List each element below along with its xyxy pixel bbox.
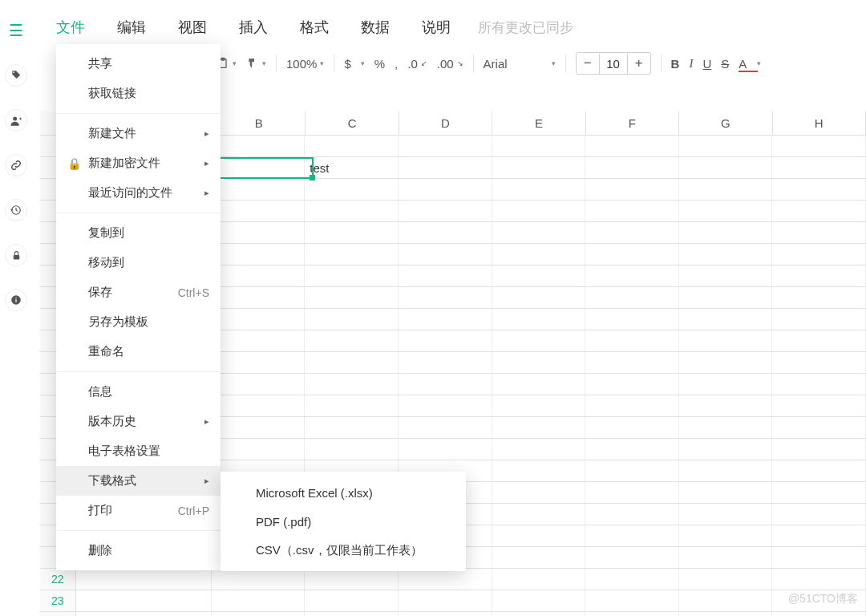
menu-item-version-history[interactable]: 版本历史▸ (56, 407, 221, 436)
decrease-decimal-button[interactable]: .0↙ (407, 57, 427, 71)
cell[interactable] (679, 179, 773, 200)
cell[interactable] (585, 136, 679, 156)
strike-button[interactable]: S (721, 57, 729, 71)
submenu-item-pdf[interactable]: PDF (.pdf) (221, 507, 466, 536)
thousand-sep-button[interactable]: , (395, 57, 398, 71)
col-header[interactable]: F (586, 111, 679, 135)
svg-rect-1 (13, 254, 19, 258)
cell[interactable] (399, 179, 492, 200)
chevron-down-icon: ▾ (757, 59, 761, 67)
menu-item-save-as-template[interactable]: 另存为模板 (56, 307, 221, 337)
cell[interactable] (399, 157, 492, 178)
col-header[interactable]: D (399, 111, 492, 135)
shortcut-label: Ctrl+S (178, 286, 209, 299)
underline-button[interactable]: U (702, 57, 711, 71)
cell[interactable] (772, 136, 866, 156)
menu-insert[interactable]: 插入 (239, 18, 268, 37)
cell[interactable] (772, 157, 866, 178)
increase-decimal-button[interactable]: .00↘ (437, 57, 463, 71)
menu-item-recent[interactable]: 最近访问的文件▸ (56, 178, 221, 208)
separator (334, 55, 334, 72)
left-rail: ☰ (0, 0, 32, 616)
cell[interactable] (305, 136, 399, 156)
menu-format[interactable]: 格式 (300, 18, 329, 37)
font-size-decrease[interactable]: − (577, 55, 599, 71)
menu-item-share[interactable]: 共享 (56, 49, 221, 79)
menu-data[interactable]: 数据 (361, 18, 390, 37)
font-size-value[interactable]: 10 (599, 54, 628, 74)
hamburger-icon[interactable]: ☰ (5, 19, 27, 42)
cell[interactable] (492, 157, 586, 178)
col-header[interactable]: G (679, 111, 772, 135)
chevron-right-icon: ▸ (204, 128, 209, 139)
menu-item-save[interactable]: 保存Ctrl+S (56, 278, 221, 307)
cell[interactable] (585, 157, 679, 178)
menu-item-new-file[interactable]: 新建文件▸ (56, 119, 221, 148)
font-select[interactable]: Arial▾ (484, 57, 556, 71)
lock-icon[interactable] (5, 244, 27, 266)
zoom-select[interactable]: 100%▾ (286, 57, 324, 71)
separator (473, 55, 474, 72)
bold-button[interactable]: B (671, 57, 680, 71)
menu-edit[interactable]: 编辑 (117, 18, 146, 37)
col-header[interactable]: H (773, 111, 866, 135)
cell[interactable] (492, 136, 586, 156)
font-size-increase[interactable]: + (628, 55, 650, 71)
currency-button[interactable]: $ (344, 57, 350, 71)
cell[interactable] (212, 136, 306, 156)
menu-item-download-as[interactable]: 下载格式▸ (56, 466, 221, 496)
cell-c2[interactable]: test (305, 157, 399, 178)
menu-item-info[interactable]: 信息 (56, 377, 221, 407)
row-header[interactable]: 23 (40, 590, 76, 611)
menu-item-new-encrypted[interactable]: 🔒新建加密文件▸ (56, 148, 221, 178)
chevron-down-icon: ▾ (262, 59, 266, 67)
cell[interactable] (305, 179, 399, 200)
col-header[interactable]: C (306, 111, 399, 135)
menu-item-rename[interactable]: 重命名 (56, 337, 221, 367)
svg-point-0 (13, 116, 17, 120)
menu-view[interactable]: 视图 (178, 18, 207, 37)
cell[interactable] (679, 157, 773, 178)
menu-item-move-to[interactable]: 移动到 (56, 248, 221, 278)
col-header[interactable]: E (492, 111, 585, 135)
cell[interactable] (492, 179, 586, 200)
row-header[interactable]: 22 (40, 569, 76, 590)
svg-point-4 (15, 297, 16, 298)
menu-item-get-link[interactable]: 获取链接 (56, 79, 221, 108)
col-header[interactable]: B (212, 111, 306, 135)
paint-button[interactable]: ▾ (246, 57, 266, 70)
chevron-down-icon: ▾ (233, 59, 237, 67)
submenu-item-csv[interactable]: CSV（.csv，仅限当前工作表） (221, 536, 466, 565)
cell[interactable] (585, 179, 679, 200)
cell[interactable] (212, 157, 306, 178)
menu-item-delete[interactable]: 删除 (56, 536, 221, 565)
chevron-right-icon: ▸ (204, 416, 209, 427)
row-header[interactable]: 24 (40, 612, 76, 616)
add-user-icon[interactable] (5, 109, 27, 132)
chevron-down-icon: ▾ (320, 59, 324, 67)
italic-button[interactable]: I (689, 57, 693, 71)
font-size-stepper: − 10 + (576, 52, 651, 75)
chevron-down-icon: ▾ (361, 59, 365, 67)
cell[interactable] (772, 179, 866, 200)
link-icon[interactable] (5, 154, 27, 176)
cell[interactable] (679, 136, 773, 156)
download-submenu: Microsoft Excel (.xlsx) PDF (.pdf) CSV（.… (221, 472, 466, 571)
menu-item-print[interactable]: 打印Ctrl+P (56, 496, 221, 525)
separator (56, 213, 221, 213)
menubar: 文件 编辑 视图 插入 格式 数据 说明 所有更改已同步 (56, 18, 573, 37)
menu-help[interactable]: 说明 (422, 18, 451, 37)
cell[interactable] (212, 179, 306, 200)
percent-button[interactable]: % (374, 57, 385, 71)
menu-item-spreadsheet-settings[interactable]: 电子表格设置 (56, 436, 221, 466)
chevron-right-icon: ▸ (204, 188, 209, 198)
submenu-item-xlsx[interactable]: Microsoft Excel (.xlsx) (221, 478, 466, 507)
tag-icon[interactable] (5, 64, 27, 87)
history-icon[interactable] (5, 199, 27, 221)
info-icon[interactable] (5, 289, 27, 311)
text-color-button[interactable]: A ▾ (739, 57, 760, 71)
cell[interactable] (399, 136, 492, 156)
menu-item-copy-to[interactable]: 复制到 (56, 218, 221, 248)
menu-file[interactable]: 文件 (56, 18, 85, 37)
separator (661, 55, 662, 72)
